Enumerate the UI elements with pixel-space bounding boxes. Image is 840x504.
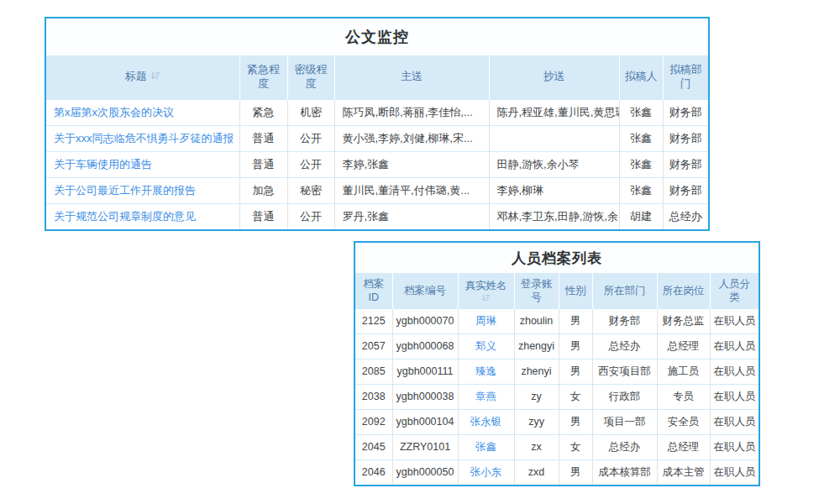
personnel-name-cell[interactable]: 张鑫 (458, 434, 514, 459)
personnel-post-cell: 安全员 (657, 409, 710, 434)
personnel-id-cell: 2125 (355, 308, 392, 333)
personnel-id-cell: 2038 (355, 384, 392, 409)
doc-col-security: 密级程度 (287, 55, 334, 99)
personnel-col-post: 所在岗位 (657, 273, 710, 308)
personnel-table: 档案ID 档案编号 真实姓名 登录账号 性别 所在部门 所在岗位 人员分类 21… (355, 273, 759, 485)
doc-security-cell: 公开 (287, 203, 334, 229)
personnel-dept-cell: 财务部 (592, 308, 657, 333)
personnel-id-cell: 2092 (355, 409, 392, 434)
personnel-code-cell: ZZRY0101 (392, 434, 458, 459)
personnel-table-row: 2125ygbh000070周琳zhoulin男财务部财务总监在职人员 (355, 308, 759, 333)
doc-col-title[interactable]: 标题 (46, 55, 239, 99)
personnel-post-cell: 成本主管 (657, 459, 710, 485)
personnel-category-cell: 在职人员 (710, 333, 759, 359)
personnel-dept-cell: 行政部 (592, 384, 657, 409)
personnel-code-cell: ygbh000070 (392, 308, 458, 333)
personnel-account-cell: zhoulin (514, 308, 559, 333)
personnel-account-cell: zy (514, 384, 559, 409)
personnel-post-cell: 总经理 (657, 333, 710, 359)
personnel-dept-cell: 成本核算部 (592, 459, 657, 485)
personnel-category-cell: 在职人员 (710, 308, 759, 333)
personnel-col-name[interactable]: 真实姓名 (458, 273, 514, 308)
doc-title-cell[interactable]: 第x届第x次股东会的决议 (46, 99, 239, 125)
personnel-account-cell: zx (514, 434, 559, 459)
personnel-name-cell[interactable]: 章燕 (458, 384, 514, 409)
personnel-table-row: 2092ygbh000104张永银zyy男项目一部安全员在职人员 (355, 409, 759, 434)
doc-security-cell: 公开 (287, 125, 334, 151)
personnel-account-cell: zxd (514, 459, 559, 485)
personnel-name-cell[interactable]: 郑义 (458, 333, 514, 359)
personnel-category-cell: 在职人员 (710, 434, 759, 459)
personnel-post-cell: 财务总监 (657, 308, 710, 333)
doc-drafter-cell: 张鑫 (619, 151, 663, 177)
personnel-post-cell: 专员 (657, 384, 710, 409)
doc-dept-cell: 财务部 (663, 151, 708, 177)
personnel-gender-cell: 男 (559, 409, 592, 434)
doc-cc-cell: 陈丹,程亚雄,董川民,黄思璐... (489, 99, 619, 125)
doc-main-send-cell: 罗丹,张鑫 (334, 203, 489, 229)
doc-urgency-cell: 紧急 (239, 99, 287, 125)
doc-main-send-cell: 陈巧凤,断郎,蒋丽,李佳怡,... (334, 99, 489, 125)
personnel-category-cell: 在职人员 (710, 384, 759, 409)
doc-main-send-cell: 董川民,董清平,付伟璐,黄... (334, 177, 489, 203)
personnel-table-row: 2038ygbh000038章燕zy女行政部专员在职人员 (355, 384, 759, 409)
personnel-gender-cell: 女 (559, 384, 592, 409)
personnel-col-category: 人员分类 (710, 273, 759, 308)
personnel-table-row: 2085ygbh000111臻逸zhenyi男西安项目部施工员在职人员 (355, 359, 759, 384)
personnel-gender-cell: 女 (559, 434, 592, 459)
doc-monitor-title: 公文监控 (46, 18, 708, 55)
personnel-category-cell: 在职人员 (710, 409, 759, 434)
personnel-name-cell[interactable]: 臻逸 (458, 359, 514, 384)
doc-drafter-cell: 张鑫 (619, 125, 663, 151)
doc-title-cell[interactable]: 关于公司最近工作开展的报告 (46, 177, 239, 203)
personnel-name-cell[interactable]: 周琳 (458, 308, 514, 333)
doc-drafter-cell: 张鑫 (619, 177, 663, 203)
doc-table-row: 关于车辆使用的通告普通公开李婷,张鑫田静,游恢,余小琴张鑫财务部 (46, 151, 708, 177)
doc-table-row: 关于规范公司规章制度的意见普通公开罗丹,张鑫邓林,李卫东,田静,游恢,余...胡… (46, 203, 708, 229)
personnel-code-cell: ygbh000038 (392, 384, 458, 409)
personnel-gender-cell: 男 (559, 333, 592, 359)
doc-dept-cell: 财务部 (663, 99, 708, 125)
doc-cc-cell (489, 125, 619, 151)
doc-cc-cell: 邓林,李卫东,田静,游恢,余... (489, 203, 619, 229)
doc-monitor-header: 标题 紧急程度 密级程度 主送 抄送 拟稿人 拟稿部门 (46, 55, 708, 99)
personnel-post-cell: 总经理 (657, 434, 710, 459)
doc-security-cell: 秘密 (287, 177, 334, 203)
sort-icon[interactable] (481, 293, 491, 302)
personnel-dept-cell: 项目一部 (592, 409, 657, 434)
doc-monitor-body: 第x届第x次股东会的决议紧急机密陈巧凤,断郎,蒋丽,李佳怡,...陈丹,程亚雄,… (46, 99, 708, 229)
doc-col-drafter: 拟稿人 (619, 55, 663, 99)
doc-title-cell[interactable]: 关于车辆使用的通告 (46, 151, 239, 177)
doc-main-send-cell: 黄小强,李婷,刘健,柳琳,宋... (334, 125, 489, 151)
doc-col-main-send: 主送 (334, 55, 489, 99)
personnel-id-cell: 2085 (355, 359, 392, 384)
doc-dept-cell: 财务部 (663, 177, 708, 203)
personnel-dept-cell: 总经办 (592, 333, 657, 359)
doc-col-cc: 抄送 (489, 55, 619, 99)
doc-cc-cell: 李婷,柳琳 (489, 177, 619, 203)
doc-col-title-label: 标题 (125, 70, 147, 82)
doc-drafter-cell: 胡建 (619, 203, 663, 229)
doc-dept-cell: 财务部 (663, 125, 708, 151)
doc-urgency-cell: 加急 (239, 177, 287, 203)
personnel-table-row: 2046ygbh000050张小东zxd男成本核算部成本主管在职人员 (355, 459, 759, 485)
doc-table-row: 关于xxx同志临危不惧勇斗歹徒的通报普通公开黄小强,李婷,刘健,柳琳,宋...张… (46, 125, 708, 151)
personnel-body: 2125ygbh000070周琳zhoulin男财务部财务总监在职人员2057y… (355, 308, 759, 485)
personnel-gender-cell: 男 (559, 359, 592, 384)
page: 公文监控 标题 紧急程度 密级程度 主送 抄送 拟稿人 拟稿部门 (0, 0, 840, 504)
doc-monitor-table: 标题 紧急程度 密级程度 主送 抄送 拟稿人 拟稿部门 第x届第x次股东会的决议… (46, 55, 708, 229)
doc-title-cell[interactable]: 关于xxx同志临危不惧勇斗歹徒的通报 (46, 125, 239, 151)
personnel-dept-cell: 西安项目部 (592, 359, 657, 384)
personnel-code-cell: ygbh000111 (392, 359, 458, 384)
doc-cc-cell: 田静,游恢,余小琴 (489, 151, 619, 177)
personnel-id-cell: 2057 (355, 333, 392, 359)
doc-security-cell: 机密 (287, 99, 334, 125)
personnel-name-cell[interactable]: 张小东 (458, 459, 514, 485)
personnel-id-cell: 2045 (355, 434, 392, 459)
doc-title-cell[interactable]: 关于规范公司规章制度的意见 (46, 203, 239, 229)
personnel-table-row: 2057ygbh000068郑义zhengyi男总经办总经理在职人员 (355, 333, 759, 359)
personnel-col-dept: 所在部门 (592, 273, 657, 308)
personnel-name-cell[interactable]: 张永银 (458, 409, 514, 434)
sort-icon[interactable] (150, 71, 160, 81)
doc-dept-cell: 总经办 (663, 203, 708, 229)
